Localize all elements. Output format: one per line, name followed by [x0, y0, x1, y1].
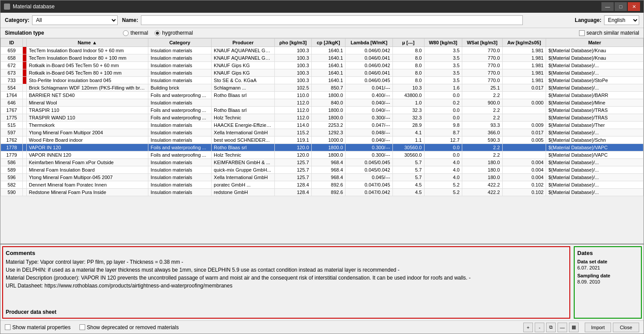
remove-icon-button[interactable]: -: [535, 323, 544, 332]
table-row[interactable]: 1767 TRASPIR 110 Foils and waterproofing…: [1, 107, 644, 114]
table-row[interactable]: 554 Brick Schlagmann WDF 120mm (PKS-Fill…: [1, 84, 644, 92]
cell-stripe: [22, 166, 26, 174]
cell-w80: 3.5: [424, 69, 462, 77]
cell-w80: 0.0: [424, 107, 462, 114]
cell-mater: ${Material Database}/Knau: [546, 54, 644, 62]
table-row[interactable]: 1762 Wood Fibre Board indoor Insulation …: [1, 136, 644, 144]
cell-producer: quick-mix Gruppe GmbH...: [212, 166, 275, 174]
header-mater[interactable]: Mater: [546, 39, 644, 47]
cell-rho: 128.4: [275, 181, 312, 189]
cell-producer: [212, 99, 275, 107]
table-row[interactable]: 590 Redstone Mineral Foam Pura Inside In…: [1, 189, 644, 196]
app-icon: [4, 4, 10, 10]
cell-name: Sto-Perlite Indoor insulation board 045: [26, 77, 148, 84]
cell-cp: 1640.1: [311, 47, 345, 54]
cell-category: Insulation materials: [148, 122, 211, 129]
cell-wsat: 180.0: [462, 166, 502, 174]
table-row[interactable]: 597 Ytong Mineral Foam Multipor 2004 Ins…: [1, 129, 644, 136]
header-aw[interactable]: Aw [kg/m2s05]: [502, 39, 546, 47]
cell-mu: 10.3: [392, 84, 424, 92]
cell-lambda: 0.047/0.045: [345, 181, 392, 189]
table-row[interactable]: 586 Keimfarben Mineral Foam xPor Outside…: [1, 159, 644, 166]
thermal-radio[interactable]: [123, 30, 129, 36]
table-row[interactable]: 733 Sto-Perlite Indoor insulation board …: [1, 77, 644, 84]
table-row[interactable]: 673 Rotkalk in-Board 045 TecTem 80 + 100…: [1, 69, 644, 77]
header-producer[interactable]: Producer: [212, 39, 275, 47]
copy-icon-button[interactable]: ⧉: [546, 323, 556, 332]
minimize-button[interactable]: —: [601, 2, 614, 11]
cell-lambda: 0.400/---: [345, 92, 392, 99]
sampling-label: Sampling date: [577, 273, 638, 278]
cell-mu: 1.0: [392, 99, 424, 107]
table-row[interactable]: 1778 VAPOR IN 120 Foils and waterproofin…: [1, 144, 644, 151]
table-row[interactable]: 658 TecTem Insulation Board Indoor 80 + …: [1, 54, 644, 62]
cell-lambda: 0.046/0.042: [345, 62, 392, 69]
cell-id: 590: [1, 189, 23, 196]
header-category[interactable]: Category: [148, 39, 211, 47]
import-button[interactable]: Import: [585, 323, 611, 332]
close-button[interactable]: ✕: [628, 2, 640, 11]
cell-producer: redstone GmbH: [212, 189, 275, 196]
cell-w80: 4.0: [424, 166, 462, 174]
cell-mu: 32.3: [392, 114, 424, 122]
cell-mater: ${Material Database}/...: [546, 62, 644, 69]
table-row[interactable]: 596 Ytong Mineral Foam Multipor-045 2007…: [1, 174, 644, 181]
cell-mater: ${Material Database}/Ther: [546, 122, 644, 129]
language-select[interactable]: English: [604, 15, 639, 25]
cell-stripe: [22, 92, 26, 99]
show-properties-label: Show material properties: [12, 324, 71, 330]
category-select[interactable]: All: [32, 15, 118, 25]
header-w80[interactable]: W80 [kg/m3]: [424, 39, 462, 47]
header-mu[interactable]: μ [---]: [392, 39, 424, 47]
hygrothermal-option[interactable]: hygrothermal: [155, 30, 193, 36]
minus2-icon-button[interactable]: —: [558, 323, 567, 332]
cell-w80: 3.5: [424, 47, 462, 54]
name-label: Name:: [122, 17, 138, 23]
hygrothermal-radio[interactable]: [155, 30, 160, 36]
table-row[interactable]: 1779 VAPOR INNEN 120 Foils and waterproo…: [1, 151, 644, 159]
cell-cp: 1640.1: [311, 54, 345, 62]
chart-icon-button[interactable]: ▦: [569, 323, 579, 332]
search-similar-label: search similar material: [586, 30, 639, 36]
table-row[interactable]: 1775 TRASPIR WAND 110 Foils and waterpro…: [1, 114, 644, 122]
show-properties-checkbox[interactable]: [5, 324, 11, 330]
cell-name: Brick Schlagmann WDF 120mm (PKS-Filling …: [26, 84, 148, 92]
cell-category: Insulation materials: [148, 189, 211, 196]
table-row[interactable]: 589 Mineral Foam Insulation Board Insula…: [1, 166, 644, 174]
cell-rho: 112.0: [275, 114, 312, 122]
table-scroll-wrapper[interactable]: ID Name ▲ Category Producer ρho [kg/m3] …: [0, 38, 644, 244]
table-row[interactable]: 672 Rotkalk in-Board 045 TecTem 50 + 60 …: [1, 62, 644, 69]
header-id[interactable]: ID: [1, 39, 23, 47]
cell-mu: 4.1: [392, 129, 424, 136]
table-row[interactable]: 1764 BARRIER NET SD40 Foils and waterpro…: [1, 92, 644, 99]
thermal-label: thermal: [130, 30, 148, 36]
maximize-button[interactable]: □: [615, 2, 627, 11]
thermal-option[interactable]: thermal: [123, 30, 148, 36]
cell-mater: ${Material Database}/Knau: [546, 47, 644, 54]
cell-id: 1764: [1, 92, 23, 99]
header-lambda[interactable]: Lambda [W/mK]: [345, 39, 392, 47]
name-input[interactable]: [141, 15, 523, 25]
header-cp[interactable]: cp [J/kgK]: [311, 39, 345, 47]
table-row[interactable]: 646 Mineral Wool Insulation materials 11…: [1, 99, 644, 107]
cell-aw: 1.981: [502, 77, 546, 84]
search-similar-checkbox[interactable]: [579, 30, 585, 36]
cell-wsat: 770.0: [462, 69, 502, 77]
cell-id: 733: [1, 77, 23, 84]
close-action-button[interactable]: Close: [613, 323, 639, 332]
add-icon-button[interactable]: +: [523, 323, 533, 332]
header-wsat[interactable]: WSat [kg/m3]: [462, 39, 502, 47]
table-row[interactable]: 582 Dennert Mineral foam Poratec Innen I…: [1, 181, 644, 189]
show-deprecated-group: Show deprecated or removed materials: [79, 324, 179, 330]
show-deprecated-checkbox[interactable]: [79, 324, 85, 330]
cell-w80: 0.0: [424, 144, 462, 151]
header-rho[interactable]: ρho [kg/m3]: [275, 39, 312, 47]
cell-mu: 1.1: [392, 136, 424, 144]
cell-mater: ${Material Database}/...: [546, 129, 644, 136]
table-row[interactable]: 659 TecTem Insulation Board Indoor 50 + …: [1, 47, 644, 54]
cell-id: 1767: [1, 107, 23, 114]
cell-stripe: [22, 151, 26, 159]
table-row[interactable]: 515 Thermokork Insulation materials HAAC…: [1, 122, 644, 129]
cell-rho: 100.3: [275, 54, 312, 62]
header-name[interactable]: Name ▲: [26, 39, 148, 47]
